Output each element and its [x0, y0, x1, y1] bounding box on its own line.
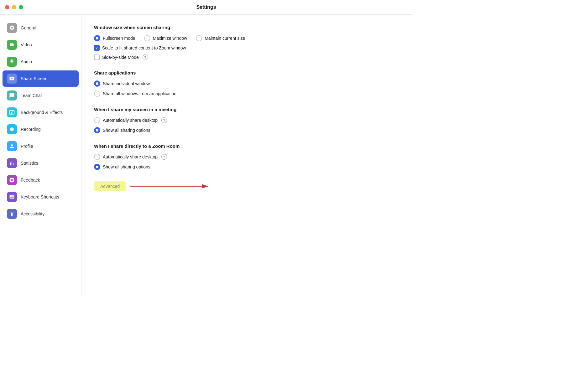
feedback-icon: [7, 175, 17, 185]
sidebar-bg-label: Background & Effects: [21, 110, 63, 115]
maintain-label: Maintain current size: [205, 36, 245, 41]
advanced-arrow-annotation: [127, 180, 221, 193]
auto-desktop-meeting-help-icon[interactable]: ?: [161, 117, 167, 123]
all-windows-radio[interactable]: [94, 90, 100, 97]
sidebar-recording-label: Recording: [21, 127, 41, 132]
auto-desktop-meeting-radio[interactable]: [94, 117, 100, 123]
scale-option[interactable]: Scale to fit shared content to Zoom wind…: [94, 45, 400, 51]
sidebyside-help-icon[interactable]: ?: [143, 54, 148, 60]
sidebyside-option[interactable]: Side-by-side Mode ?: [94, 54, 400, 60]
show-options-meeting-radio[interactable]: [94, 127, 100, 133]
advanced-button[interactable]: Advanced: [94, 181, 126, 191]
sidebar-item-recording[interactable]: Recording: [3, 121, 79, 137]
individual-window-label: Share individual window: [103, 81, 150, 86]
sidebar-teamchat-label: Team Chat: [21, 93, 42, 98]
svg-point-0: [10, 127, 14, 131]
sidebar-accessibility-label: Accessibility: [21, 211, 44, 216]
maximize-radio[interactable]: [144, 35, 150, 41]
sidebar-item-keyboard[interactable]: Keyboard Shortcuts: [3, 189, 79, 205]
share-applications-title: Share applications: [94, 70, 400, 75]
individual-window-radio[interactable]: [94, 80, 100, 87]
maintain-option[interactable]: Maintain current size: [196, 35, 245, 41]
statistics-icon: [7, 158, 17, 168]
recording-icon: [7, 124, 17, 134]
share-applications-section: Share applications Share individual wind…: [94, 70, 400, 97]
when-share-room-title: When I share directly to a Zoom Room: [94, 143, 400, 149]
window-size-section: Window size when screen sharing: Fullscr…: [94, 25, 400, 60]
sidebar-statistics-label: Statistics: [21, 161, 38, 166]
sidebar-item-share-screen[interactable]: Share Screen: [3, 70, 79, 87]
profile-icon: [7, 141, 17, 151]
traffic-lights: [5, 5, 23, 9]
team-chat-icon: [7, 90, 17, 101]
scale-checkbox[interactable]: [94, 45, 100, 51]
show-options-room-radio[interactable]: [94, 164, 100, 170]
keyboard-icon: [7, 192, 17, 202]
sidebar-profile-label: Profile: [21, 144, 33, 149]
auto-desktop-room-help-icon[interactable]: ?: [161, 154, 167, 160]
auto-desktop-meeting-label: Automatically share desktop: [103, 118, 158, 123]
fullscreen-option[interactable]: Fullscreen mode: [94, 35, 135, 41]
page-title: Settings: [196, 4, 216, 10]
sidebar-item-general[interactable]: General: [3, 20, 79, 36]
sidebar-item-audio[interactable]: Audio: [3, 54, 79, 70]
scale-label: Scale to fit shared content to Zoom wind…: [102, 45, 186, 50]
sidebar-feedback-label: Feedback: [21, 178, 40, 183]
maximize-option[interactable]: Maximize window: [144, 35, 187, 41]
auto-desktop-meeting-option[interactable]: Automatically share desktop ?: [94, 117, 400, 123]
auto-desktop-room-option[interactable]: Automatically share desktop ?: [94, 154, 400, 160]
show-options-meeting-label: Show all sharing options: [103, 128, 150, 133]
sidebar-keyboard-label: Keyboard Shortcuts: [21, 194, 59, 199]
sidebar-item-accessibility[interactable]: Accessibility: [3, 206, 79, 222]
background-icon: [7, 107, 17, 117]
show-options-meeting-option[interactable]: Show all sharing options: [94, 127, 400, 133]
sidebar-item-team-chat[interactable]: Team Chat: [3, 87, 79, 104]
sidebar-general-label: General: [21, 25, 36, 30]
advanced-section: Advanced: [94, 180, 400, 193]
sidebar-share-label: Share Screen: [21, 76, 48, 81]
window-size-title: Window size when screen sharing:: [94, 25, 400, 30]
sidebar-item-profile[interactable]: Profile: [3, 138, 79, 154]
fullscreen-label: Fullscreen mode: [103, 36, 135, 41]
sidebar: General Video Audio Share Screen: [0, 15, 81, 296]
sidebar-item-statistics[interactable]: Statistics: [3, 155, 79, 171]
title-bar: Settings: [0, 0, 412, 15]
sidebyside-label: Side-by-side Mode: [102, 55, 139, 60]
share-screen-icon: [7, 74, 17, 84]
app-body: General Video Audio Share Screen: [0, 15, 412, 296]
all-windows-label: Share all windows from an application: [103, 91, 176, 96]
when-share-room-section: When I share directly to a Zoom Room Aut…: [94, 143, 400, 170]
sidebar-video-label: Video: [21, 42, 32, 47]
sidebar-item-background[interactable]: Background & Effects: [3, 104, 79, 121]
individual-window-option[interactable]: Share individual window: [94, 80, 400, 87]
audio-icon: [7, 57, 17, 67]
maximize-button[interactable]: [19, 5, 23, 9]
maintain-radio[interactable]: [196, 35, 202, 41]
auto-desktop-room-label: Automatically share desktop: [103, 154, 158, 159]
maximize-label: Maximize window: [153, 36, 187, 41]
sidebar-audio-label: Audio: [21, 59, 32, 64]
accessibility-icon: [7, 209, 17, 219]
show-options-room-label: Show all sharing options: [103, 164, 150, 169]
sidebar-item-video[interactable]: Video: [3, 37, 79, 53]
minimize-button[interactable]: [12, 5, 16, 9]
auto-desktop-room-radio[interactable]: [94, 154, 100, 160]
all-windows-option[interactable]: Share all windows from an application: [94, 90, 400, 97]
show-options-room-option[interactable]: Show all sharing options: [94, 164, 400, 170]
main-content: Window size when screen sharing: Fullscr…: [81, 15, 412, 296]
fullscreen-radio[interactable]: [94, 35, 100, 41]
close-button[interactable]: [5, 5, 9, 9]
when-share-meeting-title: When I share my screen in a meeting: [94, 107, 400, 112]
when-share-meeting-section: When I share my screen in a meeting Auto…: [94, 107, 400, 133]
window-size-radio-row: Fullscreen mode Maximize window Maintain…: [94, 35, 400, 41]
video-icon: [7, 40, 17, 50]
sidebar-item-feedback[interactable]: Feedback: [3, 172, 79, 188]
general-icon: [7, 23, 17, 33]
sidebyside-checkbox[interactable]: [94, 54, 100, 60]
